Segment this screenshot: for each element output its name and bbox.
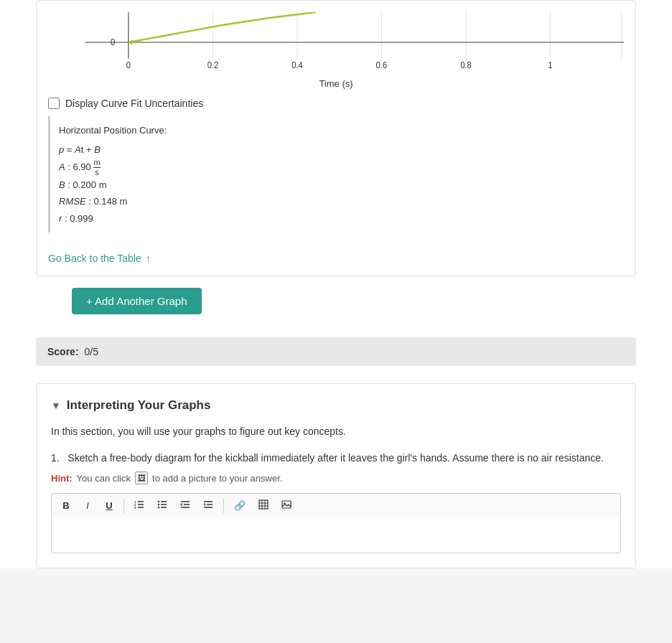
go-back-link[interactable]: Go Back to the Table ↑	[48, 253, 151, 264]
hint-label: Hint:	[51, 473, 73, 484]
chevron-down-icon: ▼	[51, 400, 61, 411]
section-intro: In this section, you will use your graph…	[51, 424, 621, 439]
score-label: Score:	[47, 346, 79, 357]
add-another-graph-button[interactable]: + Add Another Graph	[72, 288, 202, 314]
rte-content-area[interactable]	[51, 517, 621, 553]
param-b: B : 0.200 m	[59, 177, 167, 193]
table-button[interactable]	[253, 497, 274, 515]
svg-marker-16	[129, 39, 133, 45]
svg-rect-35	[259, 500, 268, 509]
svg-text:1: 1	[548, 60, 552, 70]
svg-text:0.2: 0.2	[207, 60, 219, 70]
bold-button[interactable]: B	[56, 497, 76, 514]
chart-svg: 0 0 0.2 0.4 0.6 0.8 1	[48, 12, 624, 70]
svg-point-26	[158, 501, 159, 502]
go-back-arrow: ↑	[146, 253, 151, 264]
indent-decrease-button[interactable]	[174, 497, 196, 515]
svg-text:0: 0	[111, 37, 115, 47]
go-back-label: Go Back to the Table	[48, 253, 141, 264]
display-uncertainties-row[interactable]: Display Curve Fit Uncertainties	[48, 98, 624, 109]
score-value: 0/5	[84, 346, 98, 357]
question-1: 1. Sketch a free-body diagram for the ki…	[51, 451, 621, 466]
svg-point-28	[158, 507, 159, 508]
add-graph-container: + Add Another Graph	[36, 288, 636, 326]
hint-text-before: You can click	[77, 473, 131, 484]
display-uncertainties-label[interactable]: Display Curve Fit Uncertainties	[65, 98, 203, 109]
svg-text:0.6: 0.6	[376, 60, 388, 70]
rte-toolbar: B I U 1.2.3. 🔗	[51, 493, 621, 517]
svg-rect-40	[282, 501, 291, 508]
svg-text:3.: 3.	[134, 506, 136, 510]
hint-text-after: to add a picture to your answer.	[152, 473, 282, 484]
interpreting-section: ▼ Interpreting Your Graphs In this secti…	[36, 383, 636, 568]
curve-fit-title: Horizontal Position Curve:	[59, 122, 167, 139]
q1-number: 1.	[51, 452, 60, 464]
unordered-list-button[interactable]	[151, 497, 173, 515]
r-value: r : 0.999	[59, 210, 167, 227]
rich-text-editor: B I U 1.2.3. 🔗	[51, 493, 621, 553]
chart-area: 0 0 0.2 0.4 0.6 0.8 1	[48, 12, 624, 77]
section-title: Interpreting Your Graphs	[67, 398, 211, 413]
underline-button[interactable]: U	[99, 497, 119, 514]
x-axis-label: Time (s)	[48, 78, 624, 89]
graph-card: 0 0 0.2 0.4 0.6 0.8 1 Time (s) Display C…	[36, 0, 636, 276]
ordered-list-button[interactable]: 1.2.3.	[129, 497, 150, 515]
svg-text:0.8: 0.8	[460, 60, 472, 70]
svg-point-27	[158, 504, 159, 505]
curve-fit-equation: p = At + B	[59, 141, 167, 158]
italic-button[interactable]: I	[78, 497, 98, 514]
image-icon-inline: 🖼	[135, 471, 148, 484]
hint-row: Hint: You can click 🖼 to add a picture t…	[51, 471, 621, 484]
display-uncertainties-checkbox[interactable]	[48, 98, 60, 109]
svg-text:0.4: 0.4	[291, 60, 303, 70]
param-a: A : 6.90 m s	[59, 159, 167, 177]
toolbar-separator-1	[123, 499, 124, 513]
score-bar: Score: 0/5	[36, 337, 636, 366]
curve-fit-section: Display Curve Fit Uncertainties Horizont…	[48, 98, 624, 233]
rmse: RMSE : 0.148 m	[59, 193, 167, 210]
section-header: ▼ Interpreting Your Graphs	[51, 398, 621, 413]
image-button[interactable]	[276, 497, 297, 515]
go-back-container: Go Back to the Table ↑	[48, 243, 624, 264]
q1-text: Sketch a free-body diagram for the kickb…	[67, 452, 604, 464]
indent-increase-button[interactable]	[197, 497, 219, 515]
svg-text:0: 0	[126, 60, 131, 70]
link-button[interactable]: 🔗	[228, 497, 251, 514]
toolbar-separator-2	[223, 499, 224, 513]
curve-fit-box: Horizontal Position Curve: p = At + B A …	[48, 116, 175, 233]
